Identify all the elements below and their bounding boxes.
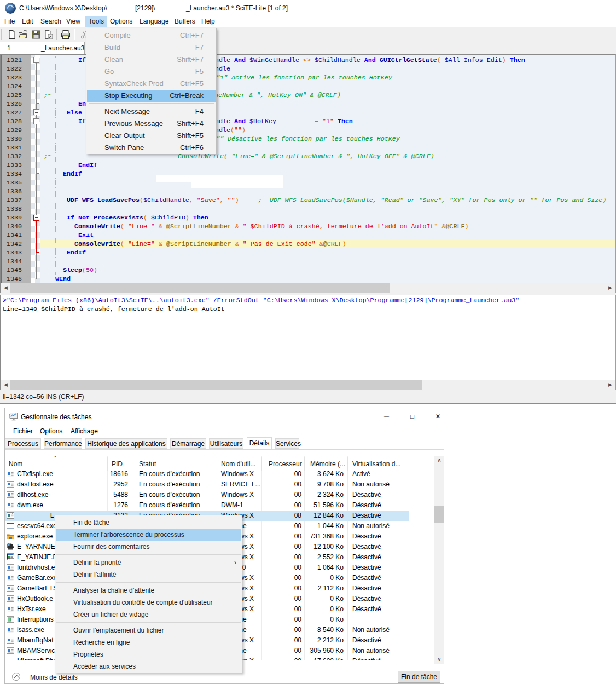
fold-collapse-box[interactable] [33, 57, 39, 63]
context-menu-item-d-finir-l-affinit-[interactable]: Définir l’affinité [56, 569, 241, 581]
less-details-toggle[interactable]: Moins de détails [30, 674, 78, 681]
fold-collapse-box[interactable] [33, 215, 39, 221]
line-number: 1342 [7, 240, 22, 248]
process-row-dashost.exe[interactable]: dasHost.exe2952En cours d’exécutionSERVI… [5, 479, 409, 490]
indent-guide [71, 126, 72, 135]
context-menu-item-terminer-l-arborescence-du-processus[interactable]: Terminer l’arborescence du processus [56, 529, 241, 541]
context-menu-item-virtualisation-du-contr-le-de-compte-d-utilisateur[interactable]: Virtualisation du contrôle de compte d’u… [56, 596, 241, 608]
menu-edit[interactable]: Edit [22, 16, 33, 27]
cell-memory: 305 960 Ko [272, 647, 344, 654]
cell-memory: 2 324 Ko [272, 491, 344, 498]
tm-tab-d-tails[interactable]: Détails [247, 437, 272, 449]
cell-pid: 1276 [57, 501, 128, 509]
tools-menu-item-previous-message[interactable]: Previous MessageShift+F4 [87, 118, 216, 130]
scroll-thumb[interactable] [10, 283, 390, 293]
fold-collapse-box[interactable] [33, 118, 39, 124]
tools-menu-item-stop-executing[interactable]: Stop ExecutingCtrl+Break [87, 90, 216, 102]
column-header-pid[interactable]: PID [112, 460, 123, 468]
context-menu-item-analyser-la-cha-ne-d-attente[interactable]: Analyser la chaîne d’attente [56, 584, 241, 596]
scroll-right-arrow[interactable]: ▶ [606, 380, 615, 390]
header-separator [404, 457, 404, 471]
less-details-icon [12, 673, 20, 681]
cell-name: MbamBgNat [17, 636, 54, 644]
scroll-thumb[interactable] [10, 380, 422, 390]
indent-guide [55, 56, 56, 65]
indent-guide [55, 248, 56, 257]
title-segment-2: _Launcher.au3 * SciTE-Lite [1 of 2] [186, 4, 288, 12]
close-document-icon[interactable] [44, 30, 54, 39]
indent-guide [55, 65, 56, 73]
tm-tab-d-marrage[interactable]: Démarrage [170, 438, 206, 449]
column-header-statut[interactable]: Statut [139, 460, 156, 468]
menu-search[interactable]: Search [40, 16, 61, 27]
print-icon[interactable] [61, 30, 71, 39]
tools-menu: CompileCtrl+F7BuildF7CleanShift+F7GoF5Sy… [86, 28, 217, 154]
fold-collapse-box[interactable] [33, 109, 39, 115]
context-menu-item-cr-er-un-fichier-de-vidage[interactable]: Créer un fichier de vidage [56, 608, 241, 621]
cell-name: GameBarFTS [17, 584, 57, 592]
output-pane[interactable]: >"C:\Program Files (x86)\AutoIt3\SciTE\.… [0, 295, 616, 380]
close-button[interactable]: ✕ [426, 408, 450, 425]
column-header-processeur[interactable]: Processeur [269, 460, 301, 468]
menu-tools[interactable]: Tools [85, 16, 107, 27]
scroll-right-arrow[interactable]: ▶ [606, 283, 615, 293]
column-header-nom[interactable]: Nom [9, 460, 22, 468]
tm-menu-fichier[interactable]: Fichier [13, 427, 33, 435]
tm-menu-affichage[interactable]: Affichage [71, 427, 98, 435]
tm-tab-performance[interactable]: Performance [44, 438, 82, 449]
table-vertical-scrollbar[interactable]: ∧∨ [434, 456, 444, 664]
process-icon-app [6, 480, 15, 489]
context-menu-item-fin-de-t-che[interactable]: Fin de tâche [56, 517, 241, 529]
new-document-icon[interactable] [7, 30, 17, 39]
menu-file[interactable]: File [4, 16, 15, 27]
column-header-virtualisation-d-[interactable]: Virtualisation d... [352, 460, 401, 468]
tab-launcher-au3[interactable]: 1_Launcher.au3 [0, 42, 85, 54]
title-segment-0: C:\Users\Windows X\Desktop\ [19, 4, 107, 12]
context-menu-item-propri-t-s[interactable]: Propriétés [56, 648, 241, 660]
code-line-1342: ConsoleWrite( "Line=" & @ScriptLineNumbe… [1, 240, 616, 248]
maximize-button[interactable]: □ [400, 408, 425, 425]
column-header-m-moire-[interactable]: Mémoire (... [310, 460, 345, 468]
column-header-nom-d-util-[interactable]: Nom d’util... [221, 460, 255, 468]
scroll-thumb[interactable] [434, 506, 444, 523]
save-icon[interactable] [31, 30, 41, 39]
context-menu-item-fournir-des-commentaires[interactable]: Fournir des commentaires [56, 541, 241, 553]
fold-margin[interactable] [31, 55, 40, 283]
tm-tab-processus[interactable]: Processus [5, 438, 41, 449]
context-menu-item-d-finir-la-priorit-[interactable]: Définir la priorité› [56, 557, 241, 569]
scroll-down-arrow[interactable]: ∨ [434, 655, 444, 664]
output-horizontal-scrollbar[interactable]: ◀▶ [0, 380, 616, 390]
menu-language[interactable]: Language [140, 16, 168, 27]
process-icon-window [6, 521, 15, 530]
tm-menu-options[interactable]: Options [40, 427, 62, 435]
menu-buffers[interactable]: Buffers [175, 16, 195, 27]
header-separator [135, 457, 135, 471]
scroll-left-arrow[interactable]: ◀ [1, 283, 10, 293]
process-row-dllhost.exe[interactable]: dllhost.exe5488En cours d’exécutionWindo… [5, 490, 409, 500]
scroll-left-arrow[interactable]: ◀ [1, 380, 10, 390]
open-file-icon[interactable] [18, 30, 28, 39]
tools-menu-item-switch-pane[interactable]: Switch PaneCtrl+F6 [87, 142, 216, 154]
menu-view[interactable]: View [66, 16, 80, 27]
tm-tab-services[interactable]: Services [275, 438, 299, 449]
scroll-up-arrow[interactable]: ∧ [434, 456, 444, 465]
minimize-button[interactable]: — [374, 408, 399, 425]
tm-tab-historique-des-applications[interactable]: Historique des applications [85, 438, 167, 449]
process-row-ctxfispi.exe[interactable]: CTxfispi.exe18616En cours d’exécutionWin… [5, 469, 409, 479]
context-menu-item-acc-der-aux-services[interactable]: Accéder aux services [56, 660, 241, 673]
cell-memory: 9 708 Ko [272, 480, 344, 488]
tools-menu-item-next-message[interactable]: Next MessageF4 [87, 106, 216, 118]
tools-menu-item-clear-output[interactable]: Clear OutputShift+F5 [87, 130, 216, 142]
cell-memory: 12 844 Ko [272, 512, 344, 519]
menu-options[interactable]: Options [110, 16, 132, 27]
header-separator [347, 457, 348, 471]
menu-help[interactable]: Help [201, 16, 215, 27]
process-row-dwm.exe[interactable]: dwm.exe1276En cours d’exécutionDWM-10051… [5, 500, 409, 511]
editor-horizontal-scrollbar[interactable]: ◀▶ [0, 283, 616, 293]
context-menu-item-ouvrir-l-emplacement-du-fichier[interactable]: Ouvrir l’emplacement du fichier [56, 624, 241, 636]
cell-memory: 0 Ko [272, 616, 344, 623]
tm-tab-utilisateurs[interactable]: Utilisateurs [209, 438, 243, 449]
cell-virtualization: Désactivé [352, 636, 381, 644]
context-menu-item-recherche-en-ligne[interactable]: Recherche en ligne [56, 636, 241, 648]
end-task-button[interactable]: Fin de tâche [398, 671, 440, 683]
